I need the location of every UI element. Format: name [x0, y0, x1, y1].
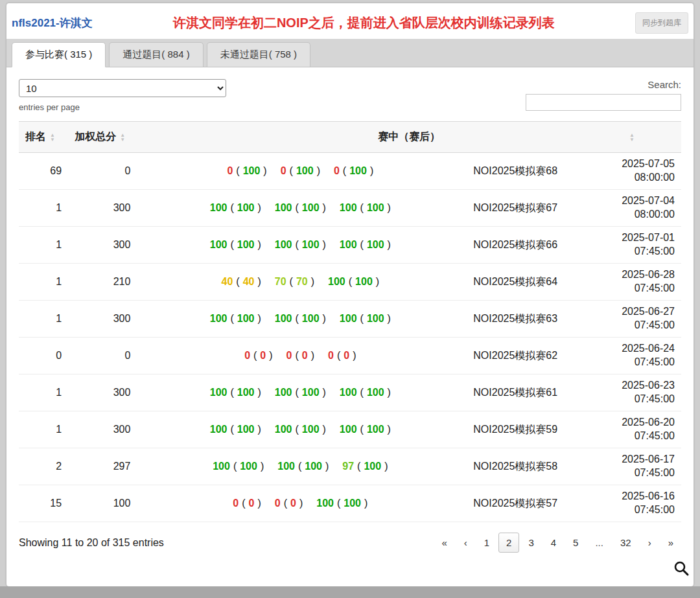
paren-open: (	[298, 461, 301, 472]
page-button-3[interactable]: 3	[520, 533, 541, 553]
score-after-contest: 0	[290, 498, 296, 509]
score-pair: 0(0)	[244, 350, 275, 361]
score-after-contest: 100	[344, 498, 361, 509]
paren-close: )	[257, 424, 261, 435]
page-button-5[interactable]: 5	[565, 533, 586, 553]
page-button-2[interactable]: 2	[498, 533, 519, 553]
time-line: 07:45:00	[584, 356, 675, 369]
contest-name-cell: NOI2025模拟赛62	[467, 338, 577, 374]
score-in-contest: 100	[210, 387, 228, 398]
tab-contests[interactable]: 参与比赛( 315 )	[12, 42, 106, 67]
score-in-contest: 97	[342, 461, 354, 472]
paren-close: )	[323, 239, 326, 250]
paren-close: )	[323, 202, 326, 213]
score-pair: 100(100)	[210, 202, 264, 213]
table-row: 1300100(100)100(100)100(100)NOI2025模拟赛66…	[19, 227, 681, 264]
paren-close: )	[323, 387, 326, 398]
time-line: 07:45:00	[584, 319, 675, 332]
table-body: 6900(100)0(100)0(100)NOI2025模拟赛682025-07…	[19, 153, 681, 522]
page-button-«[interactable]: «	[434, 533, 454, 553]
scores-cell: 0(100)0(100)0(100)	[137, 153, 467, 190]
score-in-contest: 100	[340, 239, 357, 250]
paren-open: (	[230, 202, 233, 213]
date-cell: 2025-06-2407:45:00	[578, 338, 681, 374]
score-after-contest: 100	[296, 165, 314, 176]
score-in-contest: 100	[275, 202, 292, 213]
score-in-contest: 100	[275, 387, 292, 398]
total-score-cell: 0	[68, 338, 137, 374]
paren-open: (	[242, 498, 245, 509]
score-after-contest: 100	[367, 313, 384, 324]
score-pair: 40(40)	[222, 276, 264, 287]
score-after-contest: 100	[302, 239, 320, 250]
total-score-cell: 300	[68, 301, 137, 338]
score-pair: 0(0)	[275, 498, 306, 509]
page-button-1[interactable]: 1	[476, 533, 497, 553]
total-score-cell: 300	[68, 227, 137, 264]
score-pair: 100(100)	[275, 239, 329, 250]
table-row: 1300100(100)100(100)100(100)NOI2025模拟赛63…	[19, 301, 681, 338]
page-button-»[interactable]: »	[660, 533, 681, 553]
score-in-contest: 100	[340, 387, 357, 398]
page-size-select[interactable]: 10	[19, 79, 226, 97]
page-button-32[interactable]: 32	[612, 533, 639, 553]
paren-close: )	[311, 276, 314, 287]
score-pair: 100(100)	[340, 202, 394, 213]
paren-open: (	[236, 165, 239, 176]
paren-open: (	[236, 276, 239, 287]
paren-open: (	[296, 424, 299, 435]
paren-open: (	[360, 387, 364, 398]
tab-solved[interactable]: 通过题目( 884 )	[109, 42, 203, 67]
score-in-contest: 100	[210, 239, 228, 250]
score-in-contest: 0	[334, 165, 340, 176]
paren-close: )	[257, 239, 261, 250]
total-score-cell: 210	[68, 264, 137, 301]
paren-close: )	[311, 350, 314, 361]
paren-close: )	[317, 165, 320, 176]
magnifier-icon[interactable]	[673, 560, 690, 577]
paren-open: (	[290, 276, 293, 287]
page-button-›[interactable]: ›	[640, 533, 659, 553]
page-button-4[interactable]: 4	[543, 533, 564, 553]
contest-name-cell: NOI2025模拟赛68	[467, 153, 577, 190]
header-rank[interactable]: 排名▲▼	[19, 122, 68, 153]
sync-to-problem-bank-button[interactable]: 同步到题库	[635, 12, 688, 34]
total-score-cell: 0	[68, 153, 137, 190]
date-cell: 2025-06-1707:45:00	[578, 448, 681, 485]
date-line: 2025-07-05	[584, 157, 675, 171]
paren-open: (	[349, 276, 352, 287]
header-scores[interactable]: 赛中（赛后）▲▼	[137, 122, 681, 153]
paren-open: (	[253, 350, 257, 361]
score-pair: 100(100)	[340, 239, 394, 250]
paren-open: (	[284, 498, 287, 509]
time-line: 08:00:00	[584, 208, 675, 222]
rank-cell: 1	[19, 264, 68, 301]
date-line: 2025-06-23	[584, 379, 675, 393]
score-in-contest: 100	[275, 239, 292, 250]
paren-open: (	[296, 239, 299, 250]
rank-cell: 1	[19, 374, 68, 411]
total-score-cell: 300	[68, 411, 137, 448]
paren-open: (	[360, 424, 364, 435]
paren-close: )	[353, 350, 356, 361]
score-after-contest: 100	[240, 461, 257, 472]
score-after-contest: 0	[260, 350, 266, 361]
header-total-score[interactable]: 加权总分▲▼	[68, 122, 137, 153]
rank-cell: 0	[19, 338, 68, 374]
score-after-contest: 40	[243, 276, 255, 287]
contest-name-cell: NOI2025模拟赛67	[467, 190, 577, 227]
scores-cell: 100(100)100(100)100(100)	[137, 190, 467, 227]
paren-open: (	[296, 387, 299, 398]
search-input[interactable]	[526, 94, 681, 111]
tab-unsolved[interactable]: 未通过题目( 758 )	[207, 42, 310, 67]
score-after-contest: 100	[237, 387, 255, 398]
bottom-strip	[0, 586, 700, 598]
score-pair: 100(100)	[210, 424, 264, 435]
paren-close: )	[388, 387, 391, 398]
score-pair: 0(0)	[328, 350, 359, 361]
paren-close: )	[257, 313, 261, 324]
showing-entries-info: Showing 11 to 20 of 315 entries	[19, 537, 164, 549]
rank-cell: 15	[19, 485, 68, 522]
time-line: 07:45:00	[584, 430, 675, 443]
page-button-‹[interactable]: ‹	[456, 533, 475, 553]
